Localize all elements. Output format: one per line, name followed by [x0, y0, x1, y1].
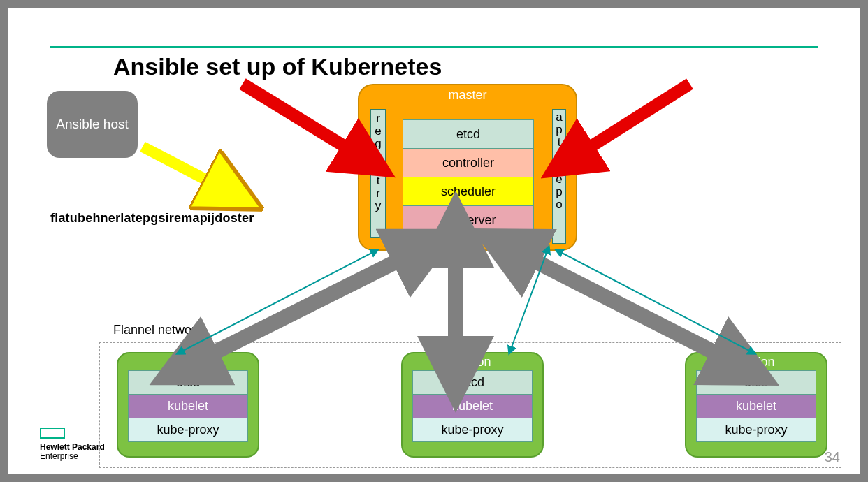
- minion-box-2: minion etcd kubelet kube-proxy: [401, 352, 544, 458]
- registry-label: registry: [375, 112, 381, 212]
- minion-box-1: minion etcd kubelet kube-proxy: [117, 352, 259, 458]
- minion-title-1: minion: [118, 353, 258, 371]
- arrow-teal-mid: [512, 253, 547, 347]
- minion1-etcd: etcd: [128, 370, 248, 395]
- arrow-gray-right: [533, 260, 718, 354]
- apt-repo-label: aptrepo: [556, 110, 562, 211]
- page-title: Ansible set up of Kubernetes: [113, 53, 442, 80]
- arrow-teal-left: [183, 253, 372, 351]
- arrow-red-right: [588, 84, 690, 148]
- ansible-host-box: Ansible host: [47, 91, 138, 158]
- arrow-red-left: [243, 84, 347, 148]
- registry-box: registry: [370, 109, 386, 238]
- page-number: 34: [825, 449, 840, 465]
- slide: Ansible set up of Kubernetes Ansible hos…: [8, 8, 860, 474]
- hpe-logo: Hewlett Packard Enterprise: [40, 428, 105, 461]
- hpe-logo-line1: Hewlett Packard: [40, 442, 105, 452]
- ansible-host-label: Ansible host: [56, 117, 129, 133]
- arrow-yellow: [143, 147, 210, 182]
- accent-line: [50, 46, 818, 48]
- flannel-label: Flannel network: [113, 323, 202, 337]
- master-title: master: [359, 85, 576, 103]
- minion2-proxy: kube-proxy: [412, 418, 533, 442]
- master-cell-api: api server: [403, 205, 534, 235]
- minion1-proxy: kube-proxy: [128, 418, 248, 442]
- minion-title-3: minion: [686, 353, 826, 371]
- hpe-logo-line2: Enterprise: [40, 451, 78, 461]
- minion2-etcd: etcd: [412, 370, 533, 395]
- minion-box-3: minion etcd kubelet kube-proxy: [685, 352, 827, 458]
- master-cell-scheduler: scheduler: [403, 177, 534, 206]
- arrow-teal-right: [562, 253, 749, 351]
- minion-title-2: minion: [403, 353, 542, 371]
- minion1-kubelet: kubelet: [128, 394, 248, 418]
- hpe-logo-icon: [40, 428, 65, 439]
- master-stack: etcd controller scheduler api server: [403, 120, 534, 235]
- arrow-gray-left: [211, 260, 400, 354]
- master-box: master registry aptrepo etcd controller …: [358, 84, 577, 251]
- overlapped-text: flatubehnerlatepgsiremapijdoster: [50, 211, 254, 226]
- minion3-proxy: kube-proxy: [696, 418, 816, 442]
- apt-repo-box: aptrepo: [552, 109, 566, 244]
- minion3-kubelet: kubelet: [696, 394, 816, 418]
- minion3-etcd: etcd: [696, 370, 816, 395]
- master-cell-controller: controller: [403, 148, 534, 177]
- minion2-kubelet: kubelet: [412, 394, 533, 418]
- master-cell-etcd: etcd: [403, 119, 534, 149]
